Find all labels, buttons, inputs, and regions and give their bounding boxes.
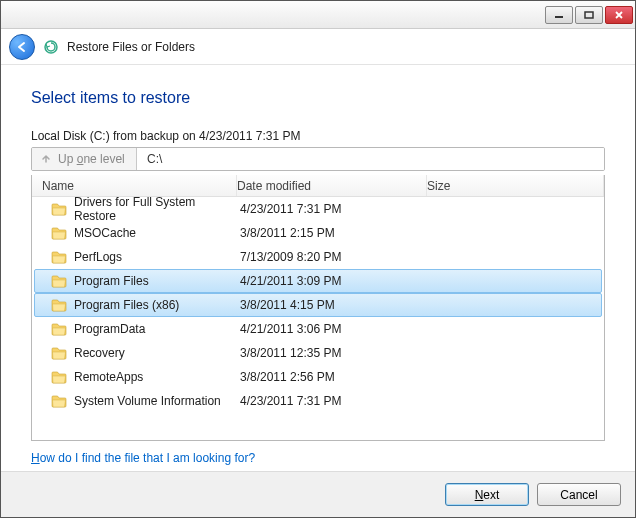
table-row[interactable]: RemoteApps3/8/2011 2:56 PM: [34, 365, 602, 389]
table-row[interactable]: Recovery3/8/2011 12:35 PM: [34, 341, 602, 365]
row-name: MSOCache: [74, 226, 136, 240]
row-name: Recovery: [74, 346, 125, 360]
minimize-button[interactable]: [545, 6, 573, 24]
table-row[interactable]: PerfLogs7/13/2009 8:20 PM: [34, 245, 602, 269]
row-date: 3/8/2011 12:35 PM: [240, 346, 430, 360]
arrow-left-icon: [15, 40, 29, 54]
up-one-level-button[interactable]: Up one level: [32, 148, 137, 170]
row-name: RemoteApps: [74, 370, 143, 384]
row-date: 4/21/2011 3:06 PM: [240, 322, 430, 336]
column-header-name[interactable]: Name: [32, 175, 237, 196]
svg-rect-1: [585, 12, 593, 18]
row-date: 4/23/2011 7:31 PM: [240, 394, 430, 408]
folder-icon: [51, 298, 67, 312]
row-date: 4/21/2011 3:09 PM: [240, 274, 430, 288]
path-field[interactable]: C:\: [137, 148, 604, 170]
footer: Next Cancel: [1, 471, 635, 517]
row-name: Program Files: [74, 274, 149, 288]
table-row[interactable]: Program Files4/21/2011 3:09 PM: [34, 269, 602, 293]
arrow-up-icon: [40, 153, 52, 165]
row-date: 7/13/2009 8:20 PM: [240, 250, 430, 264]
folder-icon: [51, 394, 67, 408]
help-link[interactable]: How do I find the file that I am looking…: [31, 451, 605, 465]
breadcrumb: Local Disk (C:) from backup on 4/23/2011…: [31, 129, 605, 143]
nav-row: Up one level C:\: [31, 147, 605, 171]
next-button[interactable]: Next: [445, 483, 529, 506]
table-row[interactable]: Program Files (x86)3/8/2011 4:15 PM: [34, 293, 602, 317]
folder-icon: [51, 370, 67, 384]
cancel-button[interactable]: Cancel: [537, 483, 621, 506]
folder-icon: [51, 250, 67, 264]
file-list-container: Name Date modified Size Drivers for Full…: [31, 175, 605, 441]
row-date: 3/8/2011 2:56 PM: [240, 370, 430, 384]
table-row[interactable]: System Volume Information4/23/2011 7:31 …: [34, 389, 602, 413]
table-row[interactable]: Drivers for Full System Restore4/23/2011…: [34, 197, 602, 221]
close-button[interactable]: [605, 6, 633, 24]
restore-icon: [43, 39, 59, 55]
folder-icon: [51, 226, 67, 240]
row-name: ProgramData: [74, 322, 145, 336]
wizard-window: Restore Files or Folders Select items to…: [0, 0, 636, 518]
column-header-size[interactable]: Size: [427, 175, 604, 196]
svg-rect-0: [555, 16, 563, 18]
row-name: Program Files (x86): [74, 298, 179, 312]
content-area: Select items to restore Local Disk (C:) …: [1, 65, 635, 471]
table-row[interactable]: ProgramData4/21/2011 3:06 PM: [34, 317, 602, 341]
folder-icon: [51, 322, 67, 336]
column-header-date[interactable]: Date modified: [237, 175, 427, 196]
wizard-title: Restore Files or Folders: [67, 40, 195, 54]
row-date: 3/8/2011 4:15 PM: [240, 298, 430, 312]
folder-icon: [51, 346, 67, 360]
titlebar: [1, 1, 635, 29]
row-date: 3/8/2011 2:15 PM: [240, 226, 430, 240]
page-title: Select items to restore: [31, 89, 605, 107]
row-name: PerfLogs: [74, 250, 122, 264]
folder-icon: [51, 274, 67, 288]
row-name: Drivers for Full System Restore: [74, 195, 240, 223]
row-date: 4/23/2011 7:31 PM: [240, 202, 430, 216]
wizard-header: Restore Files or Folders: [1, 29, 635, 65]
maximize-button[interactable]: [575, 6, 603, 24]
column-headers: Name Date modified Size: [32, 175, 604, 197]
file-list[interactable]: Name Date modified Size Drivers for Full…: [32, 175, 604, 440]
back-button[interactable]: [9, 34, 35, 60]
table-row[interactable]: MSOCache3/8/2011 2:15 PM: [34, 221, 602, 245]
folder-icon: [51, 202, 67, 216]
row-name: System Volume Information: [74, 394, 221, 408]
